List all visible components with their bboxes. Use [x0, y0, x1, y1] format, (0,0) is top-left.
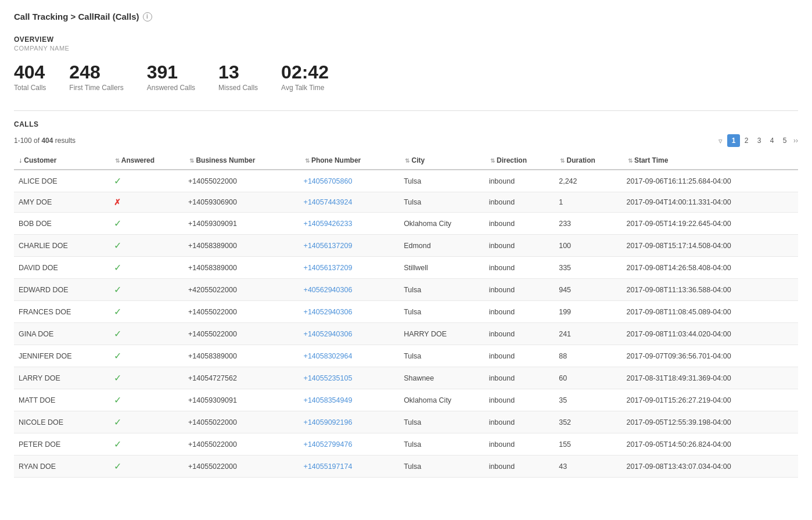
- stat-label-0: Total Calls: [14, 84, 46, 92]
- cell-duration: 199: [556, 301, 624, 323]
- cell-start-time: 2017-09-08T11:13:36.588-04:00: [624, 279, 798, 301]
- next-pages-arrow[interactable]: ››: [793, 137, 798, 145]
- cell-phone-number[interactable]: +40562940306: [301, 279, 402, 301]
- cell-direction: inbound: [487, 411, 557, 433]
- cell-direction: inbound: [487, 345, 557, 367]
- cell-business-number[interactable]: +14055022000: [186, 433, 301, 456]
- cell-phone-number[interactable]: +14058354949: [301, 389, 402, 411]
- stat-item-2: 391 Answered Calls: [147, 62, 195, 92]
- table-row[interactable]: LARRY DOE✓+14054727562+14055235105Shawne…: [14, 367, 798, 389]
- cell-answered: ✓: [112, 345, 186, 367]
- table-row[interactable]: JENNIFER DOE✓+14058389000+14058302964Tul…: [14, 345, 798, 367]
- pagination: ▿ 12345 ››: [718, 134, 798, 147]
- table-row[interactable]: RYAN DOE✓+14055022000+14055197174Tulsain…: [14, 456, 798, 478]
- table-row[interactable]: DAVID DOE✓+14058389000+14056137209Stillw…: [14, 257, 798, 279]
- col-header-phone-number[interactable]: ⇅ Phone Number: [301, 152, 402, 170]
- stat-item-0: 404 Total Calls: [14, 62, 46, 92]
- cell-direction: inbound: [487, 367, 557, 389]
- stat-number-3: 13: [218, 62, 258, 83]
- cell-phone-number[interactable]: +14052940306: [301, 301, 402, 323]
- cell-phone-number[interactable]: +14059426233: [301, 213, 402, 235]
- cell-business-number[interactable]: +14059309091: [186, 389, 301, 411]
- cell-start-time: 2017-09-08T13:43:07.034-04:00: [624, 456, 798, 478]
- calls-title: CALLS: [14, 120, 798, 128]
- cell-business-number[interactable]: +14059306900: [186, 192, 301, 213]
- page-btn-2[interactable]: 2: [740, 134, 753, 147]
- table-row[interactable]: BOB DOE✓+14059309091+14059426233Oklahoma…: [14, 213, 798, 235]
- table-row[interactable]: CHARLIE DOE✓+14058389000+14056137209Edmo…: [14, 235, 798, 257]
- cell-direction: inbound: [487, 433, 557, 456]
- cell-business-number[interactable]: +14055022000: [186, 456, 301, 478]
- cell-business-number[interactable]: +14058389000: [186, 257, 301, 279]
- cell-business-number[interactable]: +14055022000: [186, 301, 301, 323]
- table-row[interactable]: FRANCES DOE✓+14055022000+14052940306Tuls…: [14, 301, 798, 323]
- cell-answered: ✓: [112, 367, 186, 389]
- table-row[interactable]: EDWARD DOE✓+42055022000+40562940306Tulsa…: [14, 279, 798, 301]
- cell-customer: FRANCES DOE: [14, 301, 112, 323]
- cell-duration: 1: [556, 192, 624, 213]
- cell-business-number[interactable]: +14058389000: [186, 235, 301, 257]
- page-btn-5[interactable]: 5: [778, 134, 791, 147]
- cell-city: Tulsa: [401, 170, 487, 192]
- cell-business-number[interactable]: +14058389000: [186, 345, 301, 367]
- calls-table: ↓ Customer⇅ Answered⇅ Business Number⇅ P…: [14, 152, 798, 478]
- col-header-business-number[interactable]: ⇅ Business Number: [186, 152, 301, 170]
- cell-duration: 155: [556, 433, 624, 456]
- cell-phone-number[interactable]: +14057443924: [301, 192, 402, 213]
- filter-icon[interactable]: ▿: [718, 137, 723, 145]
- cell-customer: NICOLE DOE: [14, 411, 112, 433]
- page-btn-3[interactable]: 3: [753, 134, 766, 147]
- col-header-direction[interactable]: ⇅ Direction: [487, 152, 557, 170]
- section-divider: [14, 110, 798, 111]
- table-row[interactable]: PETER DOE✓+14055022000+14052799476Tulsai…: [14, 433, 798, 456]
- answered-check-icon: ✓: [114, 176, 121, 186]
- sort-arrows-icon: ⇅: [560, 157, 565, 164]
- col-header-customer[interactable]: ↓ Customer: [14, 152, 112, 170]
- col-header-city[interactable]: ⇅ City: [401, 152, 487, 170]
- cell-customer: ALICE DOE: [14, 170, 112, 192]
- cell-business-number[interactable]: +14055022000: [186, 323, 301, 345]
- cell-phone-number[interactable]: +14052940306: [301, 323, 402, 345]
- page-btn-1[interactable]: 1: [727, 134, 740, 147]
- col-header-start-time[interactable]: ⇅ Start Time: [624, 152, 798, 170]
- table-row[interactable]: ALICE DOE✓+14055022000+14056705860Tulsai…: [14, 170, 798, 192]
- page-btn-4[interactable]: 4: [766, 134, 778, 147]
- cell-city: Shawnee: [401, 367, 487, 389]
- cell-duration: 35: [556, 389, 624, 411]
- cell-answered: ✓: [112, 389, 186, 411]
- cell-start-time: 2017-09-05T14:19:22.645-04:00: [624, 213, 798, 235]
- cell-phone-number[interactable]: +14055235105: [301, 367, 402, 389]
- table-row[interactable]: GINA DOE✓+14055022000+14052940306HARRY D…: [14, 323, 798, 345]
- cell-duration: 100: [556, 235, 624, 257]
- cell-business-number[interactable]: +14054727562: [186, 367, 301, 389]
- col-header-answered[interactable]: ⇅ Answered: [112, 152, 186, 170]
- answered-check-icon: ✓: [114, 373, 121, 383]
- cell-start-time: 2017-09-04T14:00:11.331-04:00: [624, 192, 798, 213]
- cell-phone-number[interactable]: +14056137209: [301, 257, 402, 279]
- cell-phone-number[interactable]: +14058302964: [301, 345, 402, 367]
- cell-phone-number[interactable]: +14056705860: [301, 170, 402, 192]
- cell-business-number[interactable]: +14055022000: [186, 411, 301, 433]
- cell-phone-number[interactable]: +14052799476: [301, 433, 402, 456]
- table-row[interactable]: NICOLE DOE✓+14055022000+14059092196Tulsa…: [14, 411, 798, 433]
- cell-duration: 60: [556, 367, 624, 389]
- cell-city: Edmond: [401, 235, 487, 257]
- table-row[interactable]: AMY DOE✗+14059306900+14057443924Tulsainb…: [14, 192, 798, 213]
- cell-phone-number[interactable]: +14056137209: [301, 235, 402, 257]
- cell-answered: ✓: [112, 235, 186, 257]
- info-icon[interactable]: i: [143, 12, 152, 21]
- cell-direction: inbound: [487, 323, 557, 345]
- cell-start-time: 2017-09-06T16:11:25.684-04:00: [624, 170, 798, 192]
- cell-start-time: 2017-09-05T12:55:39.198-04:00: [624, 411, 798, 433]
- cell-direction: inbound: [487, 235, 557, 257]
- table-row[interactable]: MATT DOE✓+14059309091+14058354949Oklahom…: [14, 389, 798, 411]
- answered-check-icon: ✓: [114, 263, 121, 272]
- cell-direction: inbound: [487, 257, 557, 279]
- cell-phone-number[interactable]: +14059092196: [301, 411, 402, 433]
- cell-answered: ✓: [112, 301, 186, 323]
- cell-phone-number[interactable]: +14055197174: [301, 456, 402, 478]
- col-header-duration[interactable]: ⇅ Duration: [556, 152, 624, 170]
- cell-business-number[interactable]: +42055022000: [186, 279, 301, 301]
- cell-business-number[interactable]: +14059309091: [186, 213, 301, 235]
- cell-business-number[interactable]: +14055022000: [186, 170, 301, 192]
